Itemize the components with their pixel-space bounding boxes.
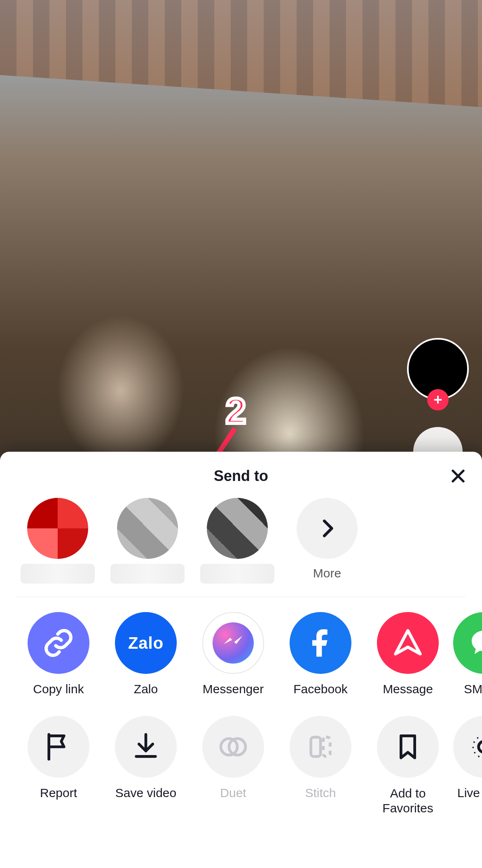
- contact-name-redacted: [200, 564, 274, 584]
- svg-rect-4: [323, 737, 330, 757]
- share-zalo[interactable]: Zalo Zalo: [104, 612, 188, 696]
- action-label: Add toFavorites: [382, 786, 433, 816]
- send-icon: [391, 626, 424, 659]
- action-label: Stitch: [305, 786, 336, 800]
- right-action-rail: +: [407, 338, 469, 452]
- share-copy-link[interactable]: Copy link: [16, 612, 101, 696]
- annotation-step-number: 2: [226, 390, 246, 432]
- share-label: SMS: [464, 682, 482, 696]
- share-label: Zalo: [134, 682, 158, 696]
- live-photo-icon: [468, 730, 482, 763]
- action-report[interactable]: Report: [16, 716, 101, 816]
- action-label: Report: [40, 786, 77, 800]
- flag-icon: [42, 730, 75, 763]
- contact-avatar-redacted: [117, 498, 178, 559]
- contact-avatar-redacted: [207, 498, 268, 559]
- share-message[interactable]: Message: [366, 612, 450, 696]
- action-label: Save video: [115, 786, 176, 800]
- chevron-right-icon: [316, 517, 338, 540]
- more-contacts-label: More: [313, 566, 341, 580]
- share-targets-row: Copy link Zalo Zalo Messenger Facebook: [0, 597, 482, 696]
- action-stitch: Stitch: [278, 716, 363, 816]
- share-sms[interactable]: SMS: [453, 612, 482, 696]
- action-label: Duet: [220, 786, 246, 800]
- facebook-icon: [304, 626, 337, 659]
- action-save-video[interactable]: Save video: [104, 716, 188, 816]
- bookmark-icon: [391, 730, 424, 763]
- action-live-photo[interactable]: Live ph: [453, 716, 482, 816]
- contact-avatar-redacted: [27, 498, 88, 559]
- zalo-logo-text: Zalo: [128, 634, 164, 652]
- like-icon[interactable]: [413, 427, 463, 452]
- share-label: Messenger: [203, 682, 264, 696]
- screen: + 2 Send to: [0, 0, 482, 868]
- actions-row: Report Save video Duet Stitch: [0, 696, 482, 816]
- action-label: Live ph: [457, 786, 482, 800]
- stitch-icon: [304, 730, 337, 763]
- share-facebook[interactable]: Facebook: [278, 612, 363, 696]
- share-label: Facebook: [293, 682, 348, 696]
- share-label: Copy link: [33, 682, 84, 696]
- contact-suggestion[interactable]: [16, 498, 99, 584]
- speech-bubble-icon: [468, 626, 482, 659]
- contact-name-redacted: [110, 564, 185, 584]
- svg-rect-3: [311, 737, 321, 757]
- more-contacts-button[interactable]: More: [286, 498, 368, 580]
- follow-button[interactable]: +: [427, 389, 449, 411]
- action-add-to-favorites[interactable]: Add toFavorites: [366, 716, 450, 816]
- contact-name-redacted: [21, 564, 95, 584]
- contact-suggestion[interactable]: [106, 498, 189, 584]
- contacts-row: More: [0, 490, 482, 594]
- close-icon: [449, 467, 467, 485]
- share-sheet: Send to More: [0, 452, 482, 868]
- contact-suggestion[interactable]: [196, 498, 278, 584]
- messenger-icon: [213, 622, 254, 664]
- share-sheet-title: Send to: [214, 467, 268, 485]
- share-label: Message: [383, 682, 433, 696]
- svg-point-5: [479, 741, 482, 753]
- link-icon: [42, 626, 75, 659]
- close-button[interactable]: [449, 467, 467, 485]
- download-icon: [129, 730, 162, 763]
- plus-icon: +: [433, 392, 442, 407]
- duet-icon: [217, 730, 250, 763]
- share-sheet-header: Send to: [0, 462, 482, 490]
- share-messenger[interactable]: Messenger: [191, 612, 275, 696]
- action-duet: Duet: [191, 716, 275, 816]
